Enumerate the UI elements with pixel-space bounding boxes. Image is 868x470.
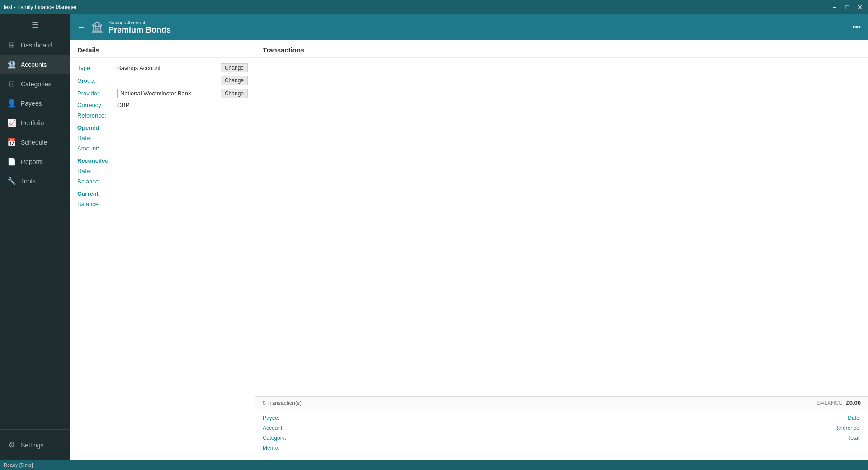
date-field-label: Date: bbox=[848, 415, 861, 421]
app-body: ☰ ⊞ Dashboard 🏦 Accounts ⊡ Categories 👤 … bbox=[0, 14, 868, 460]
transactions-panel: Transactions 0 Transaction(s) BALANCE £0… bbox=[255, 40, 868, 460]
sidebar-item-settings[interactable]: ⚙ Settings bbox=[0, 435, 70, 455]
txn-payee-col: Payee: bbox=[263, 415, 840, 422]
status-text: Ready [5 ms] bbox=[4, 462, 33, 468]
maximize-button[interactable]: □ bbox=[843, 3, 852, 12]
schedule-icon: 📅 bbox=[7, 138, 16, 146]
group-row: Group: Change bbox=[77, 76, 248, 85]
settings-icon: ⚙ bbox=[7, 441, 16, 449]
tools-icon: 🔧 bbox=[7, 177, 16, 185]
sidebar-item-label: Portfolio bbox=[21, 119, 44, 127]
reconciled-heading: Reconciled bbox=[77, 157, 248, 164]
current-heading: Current bbox=[77, 190, 248, 197]
txn-form-row-3: Category: Total: bbox=[263, 435, 861, 442]
opened-amount-label: Amount: bbox=[77, 145, 113, 152]
details-content: Type: Savings Account Change Group: Chan… bbox=[70, 58, 255, 216]
details-panel-header: Details bbox=[70, 40, 255, 58]
balance-label: BALANCE bbox=[817, 400, 842, 406]
balance-info: BALANCE £0.00 bbox=[817, 400, 861, 406]
reference-row: Reference: bbox=[77, 112, 248, 119]
account-header-left: ← 🏦 Savings Account Premium Bonds bbox=[77, 20, 171, 35]
type-value: Savings Account bbox=[117, 65, 217, 71]
transaction-detail-form: Payee: Date: Account: bbox=[255, 409, 868, 460]
balance-amount: £0.00 bbox=[846, 400, 861, 406]
sidebar-item-label: Tools bbox=[21, 178, 36, 185]
txn-reference-field-label: Reference: bbox=[834, 425, 861, 431]
transactions-body[interactable] bbox=[255, 58, 868, 396]
opened-date-row: Date: bbox=[77, 135, 248, 141]
provider-change-button[interactable]: Change bbox=[221, 89, 248, 98]
sidebar-bottom: ⚙ Settings bbox=[0, 429, 70, 460]
account-type-icon: 🏦 bbox=[91, 21, 103, 33]
currency-value: GBP bbox=[117, 102, 248, 108]
currency-label: Currency: bbox=[77, 102, 113, 108]
close-button[interactable]: ✕ bbox=[855, 3, 864, 12]
category-field-label: Category: bbox=[263, 435, 840, 441]
type-label: Type: bbox=[77, 65, 113, 71]
txn-reference-col: Reference: bbox=[834, 425, 861, 432]
current-balance-row: Balance: bbox=[77, 201, 248, 207]
memo-field-label: Memo: bbox=[263, 445, 861, 451]
reference-label: Reference: bbox=[77, 112, 113, 119]
sidebar-item-label: Payees bbox=[21, 100, 42, 107]
account-subtitle: Savings Account bbox=[108, 20, 171, 25]
type-row: Type: Savings Account Change bbox=[77, 63, 248, 72]
reconciled-balance-row: Balance: bbox=[77, 178, 248, 185]
opened-date-label: Date: bbox=[77, 135, 113, 141]
reconciled-balance-label: Balance: bbox=[77, 178, 113, 185]
opened-heading: Opened bbox=[77, 124, 248, 131]
txn-form-row-2: Account: Reference: bbox=[263, 425, 861, 432]
account-field-label: Account: bbox=[263, 425, 827, 431]
group-label: Group: bbox=[77, 77, 113, 84]
account-title: Premium Bonds bbox=[108, 25, 171, 35]
accounts-icon: 🏦 bbox=[7, 60, 16, 69]
transactions-panel-header: Transactions bbox=[255, 40, 868, 58]
txn-account-col: Account: bbox=[263, 425, 827, 432]
titlebar-controls: − □ ✕ bbox=[830, 3, 864, 12]
content-area: ← 🏦 Savings Account Premium Bonds ••• De… bbox=[70, 14, 868, 460]
total-field-label: Total: bbox=[848, 435, 861, 441]
sidebar-item-categories[interactable]: ⊡ Categories bbox=[0, 74, 70, 94]
txn-category-col: Category: bbox=[263, 435, 840, 442]
transactions-footer: 0 Transaction(s) BALANCE £0.00 bbox=[255, 396, 868, 409]
sidebar-item-reports[interactable]: 📄 Reports bbox=[0, 152, 70, 171]
txn-form-row-4: Memo: bbox=[263, 445, 861, 452]
sidebar-menu-button[interactable]: ☰ bbox=[0, 14, 70, 35]
categories-icon: ⊡ bbox=[7, 80, 16, 88]
provider-row: Provider: Change bbox=[77, 89, 248, 98]
provider-label: Provider: bbox=[77, 90, 113, 97]
reconciled-date-row: Date: bbox=[77, 168, 248, 174]
sidebar-item-schedule[interactable]: 📅 Schedule bbox=[0, 132, 70, 152]
account-title-block: Savings Account Premium Bonds bbox=[108, 20, 171, 35]
details-panel: Details Type: Savings Account Change Gro… bbox=[70, 40, 255, 460]
sidebar-item-tools[interactable]: 🔧 Tools bbox=[0, 171, 70, 191]
sidebar-nav: ⊞ Dashboard 🏦 Accounts ⊡ Categories 👤 Pa… bbox=[0, 35, 70, 429]
payee-field-label: Payee: bbox=[263, 415, 840, 421]
provider-input[interactable] bbox=[117, 89, 217, 98]
type-change-button[interactable]: Change bbox=[221, 63, 248, 72]
sidebar-item-dashboard[interactable]: ⊞ Dashboard bbox=[0, 35, 70, 55]
sidebar-item-label: Schedule bbox=[21, 139, 47, 146]
currency-row: Currency: GBP bbox=[77, 102, 248, 108]
reports-icon: 📄 bbox=[7, 157, 16, 166]
sidebar-item-label: Settings bbox=[21, 442, 44, 449]
titlebar-title: test - Family Finance Manager bbox=[4, 4, 77, 10]
sidebar-item-payees[interactable]: 👤 Payees bbox=[0, 94, 70, 113]
reconciled-date-label: Date: bbox=[77, 168, 113, 174]
sidebar-item-portfolio[interactable]: 📈 Portfolio bbox=[0, 113, 70, 132]
txn-memo-col: Memo: bbox=[263, 445, 861, 452]
panels: Details Type: Savings Account Change Gro… bbox=[70, 40, 868, 460]
portfolio-icon: 📈 bbox=[7, 118, 16, 127]
back-button[interactable]: ← bbox=[77, 23, 85, 32]
titlebar: test - Family Finance Manager − □ ✕ bbox=[0, 0, 868, 14]
group-change-button[interactable]: Change bbox=[221, 76, 248, 85]
payees-icon: 👤 bbox=[7, 99, 16, 108]
sidebar-item-accounts[interactable]: 🏦 Accounts bbox=[0, 55, 70, 74]
opened-amount-row: Amount: bbox=[77, 145, 248, 152]
txn-total-col: Total: bbox=[848, 435, 861, 442]
more-options-button[interactable]: ••• bbox=[852, 23, 861, 32]
sidebar-item-label: Categories bbox=[21, 80, 52, 88]
sidebar-item-label: Dashboard bbox=[21, 42, 52, 49]
minimize-button[interactable]: − bbox=[830, 3, 839, 12]
sidebar-item-label: Reports bbox=[21, 158, 43, 165]
